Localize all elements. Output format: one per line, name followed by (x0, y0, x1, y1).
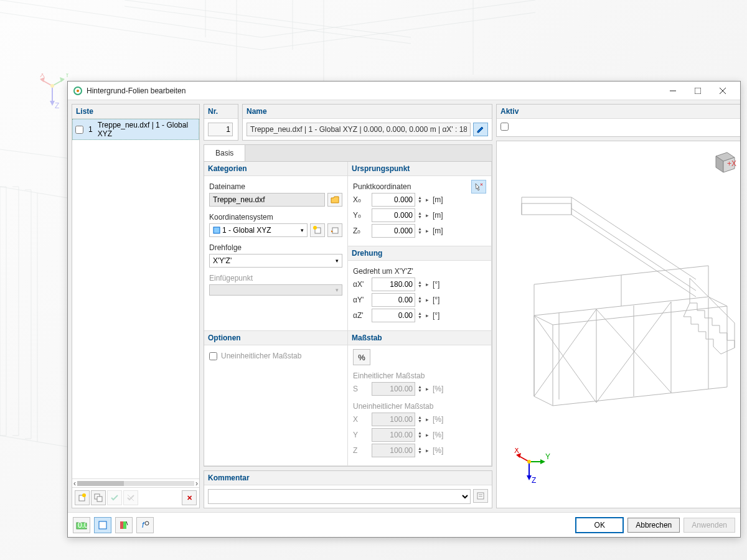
ok-button[interactable]: OK (575, 517, 624, 533)
titlebar: Hintergrund-Folien bearbeiten (68, 82, 740, 100)
uneinheitlich-label: Uneinheitlicher Maßstab (221, 352, 301, 360)
kommentar-panel: Kommentar (204, 470, 492, 508)
dateiname-label: Dateiname (209, 182, 342, 191)
tab-basis[interactable]: Basis (204, 145, 245, 161)
svg-rect-19 (97, 497, 102, 502)
svg-point-101 (145, 521, 149, 525)
edit-koord-button[interactable] (327, 223, 342, 237)
ay-input[interactable] (372, 293, 415, 307)
tab-bar: Basis (204, 144, 492, 161)
z0-stepper[interactable]: ▲▼ (418, 227, 422, 235)
svg-rect-27 (477, 493, 484, 499)
z0-pick[interactable]: ▸ (425, 228, 430, 234)
maximize-button[interactable] (685, 82, 710, 100)
ay-stepper[interactable]: ▲▼ (418, 296, 422, 304)
svg-line-99 (126, 521, 128, 525)
drehfolge-combo[interactable]: X'Y'Z' ▾ (209, 254, 342, 268)
svg-marker-5 (50, 101, 55, 106)
svg-text:X: X (514, 448, 519, 455)
x0-input[interactable] (372, 193, 415, 207)
ursprung-panel: Ursprungspunkt Punktkoordinaten X₀ ▲▼ (348, 162, 492, 246)
gedreht-label: Gedreht um X'Y'Z' (353, 267, 486, 276)
name-input[interactable] (247, 123, 471, 136)
check-all-button[interactable] (107, 490, 122, 505)
az-input[interactable] (372, 309, 415, 322)
dialog-title: Hintergrund-Folien bearbeiten (87, 86, 660, 95)
uneinheitlich-checkbox[interactable] (209, 352, 217, 360)
uneinheitlich-checkbox-row[interactable]: Uneinheitlicher Maßstab (209, 349, 342, 363)
colors-button[interactable] (115, 517, 133, 533)
dateiname-input[interactable] (209, 193, 325, 207)
close-button[interactable] (710, 82, 735, 100)
middle-column: Nr. Name Basis (204, 104, 492, 508)
uncheck-all-button[interactable] (123, 490, 138, 505)
svg-marker-63 (527, 475, 532, 480)
svg-text:Z: Z (55, 101, 59, 110)
z0-input[interactable] (372, 224, 415, 238)
koord-value: 1 - Global XYZ (222, 226, 301, 235)
list-body[interactable]: 1 Treppe_neu.dxf | 1 - Global XYZ (72, 119, 199, 478)
svg-rect-97 (120, 521, 123, 529)
name-panel: Name (242, 104, 492, 141)
y0-stepper[interactable]: ▲▼ (418, 212, 422, 219)
mz-input (372, 444, 415, 457)
kommentar-combo[interactable] (208, 489, 471, 504)
mx-input (372, 413, 415, 426)
x0-pick[interactable]: ▸ (425, 197, 430, 203)
nr-input[interactable] (208, 123, 233, 136)
preview-axis-indicator: X Y Z (513, 448, 544, 479)
main-axis-indicator: X Y Z (40, 73, 71, 105)
list-item[interactable]: 1 Treppe_neu.dxf | 1 - Global XYZ (72, 119, 199, 140)
svg-rect-96 (99, 521, 106, 529)
az-label: αZ' (353, 311, 369, 320)
y0-input[interactable] (372, 208, 415, 222)
punktkoord-label: Punktkoordinaten (353, 182, 459, 191)
aktiv-checkbox[interactable] (500, 123, 509, 131)
ay-pick[interactable]: ▸ (425, 297, 430, 303)
display-button[interactable] (94, 517, 111, 533)
nr-panel: Nr. (204, 104, 238, 141)
ax-pick[interactable]: ▸ (425, 281, 430, 287)
apply-button[interactable]: Anwenden (684, 518, 735, 533)
svg-point-6 (50, 84, 54, 88)
preview-model-wireframe (497, 141, 740, 440)
list-horizontal-scrollbar[interactable]: ‹› (72, 478, 199, 487)
percent-button[interactable]: % (353, 349, 370, 365)
new-koord-button[interactable] (310, 223, 325, 237)
list-item-index: 1 (86, 125, 95, 134)
y0-label: Y₀ (353, 211, 369, 220)
svg-text:+X: +X (727, 159, 736, 168)
koord-label: Koordinatensystem (209, 213, 342, 222)
navigation-cube[interactable]: +X (708, 146, 738, 176)
browse-file-button[interactable] (327, 193, 342, 207)
edit-name-button[interactable] (473, 123, 488, 136)
delete-item-button[interactable]: ✕ (182, 490, 197, 505)
drehfolge-value: X'Y'Z' (213, 256, 336, 265)
list-item-checkbox[interactable] (75, 126, 83, 134)
kommentar-edit-button[interactable] (473, 489, 488, 503)
svg-line-47 (534, 315, 596, 403)
koord-combo[interactable]: 1 - Global XYZ ▾ (209, 223, 308, 237)
az-stepper[interactable]: ▲▼ (418, 312, 422, 319)
new-item-button[interactable] (75, 490, 90, 505)
y0-pick[interactable]: ▸ (425, 212, 430, 218)
einfuege-label: Einfügepunkt (209, 274, 342, 282)
ax-stepper[interactable]: ▲▼ (418, 281, 422, 288)
list-header: Liste (72, 105, 199, 119)
pick-point-button[interactable] (471, 180, 486, 194)
ay-label: αY' (353, 296, 369, 304)
svg-point-17 (82, 493, 86, 497)
name-header: Name (243, 105, 492, 119)
cancel-button[interactable]: Abbrechen (627, 518, 680, 533)
minimize-button[interactable] (660, 82, 685, 100)
copy-item-button[interactable] (91, 490, 106, 505)
my-input (372, 428, 415, 442)
x0-stepper[interactable]: ▲▼ (418, 196, 422, 203)
help-button[interactable]: f (136, 517, 154, 533)
az-pick[interactable]: ▸ (425, 312, 430, 319)
units-button[interactable]: 0.00 (73, 517, 90, 533)
ax-input[interactable] (372, 278, 415, 291)
kommentar-header: Kommentar (204, 471, 492, 485)
svg-point-11 (77, 90, 79, 92)
preview-viewport-3d[interactable]: +X (497, 141, 740, 508)
